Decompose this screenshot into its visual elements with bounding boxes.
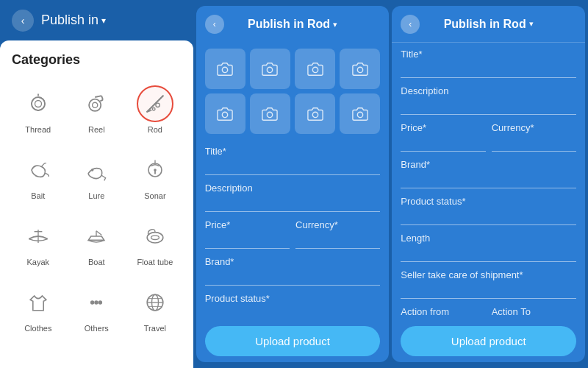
category-item-float-tube[interactable]: Float tube	[129, 212, 182, 272]
svg-point-10	[156, 103, 159, 107]
svg-line-5	[96, 96, 102, 97]
category-item-kayak[interactable]: Kayak	[12, 212, 65, 272]
photo-cell-6[interactable]	[250, 93, 290, 134]
category-item-rod[interactable]: Rod	[129, 79, 182, 140]
left-panel-title: Publish in	[41, 13, 98, 28]
category-item-lure[interactable]: Lure	[71, 146, 123, 206]
right-action-to-input[interactable]	[492, 319, 576, 320]
travel-label: Travel	[144, 324, 166, 333]
photo-cell-7[interactable]	[295, 93, 335, 134]
float-tube-label: Float tube	[137, 258, 173, 266]
svg-point-3	[89, 99, 101, 111]
right-action-to-field: Action To	[492, 306, 576, 320]
category-item-thread[interactable]: Thread	[12, 79, 65, 140]
middle-price-label: Price*	[205, 219, 290, 230]
svg-point-11	[152, 107, 155, 110]
category-item-bait[interactable]: Bait	[12, 146, 65, 206]
right-brand-input[interactable]	[401, 172, 576, 188]
middle-product-status-input[interactable]	[205, 306, 381, 320]
right-description-input[interactable]	[401, 99, 576, 115]
middle-price-row: Price* Currency*	[205, 219, 381, 256]
middle-currency-input[interactable]	[295, 233, 380, 249]
category-item-travel[interactable]: Travel	[129, 278, 182, 339]
kayak-label: Kayak	[26, 258, 49, 266]
middle-price-input[interactable]	[205, 233, 290, 249]
others-label: Others	[85, 324, 109, 333]
middle-product-status-label: Product status*	[205, 293, 381, 304]
svg-point-1	[35, 101, 41, 107]
right-price-input[interactable]	[401, 135, 485, 152]
categories-title: Categories	[12, 52, 182, 68]
middle-currency-label: Currency*	[295, 219, 380, 230]
category-item-clothes[interactable]: Clothes	[12, 278, 65, 339]
right-form: Title* Description Price* Currency* Bran…	[392, 43, 585, 320]
category-item-sonar[interactable]: Sonar	[129, 146, 182, 206]
middle-description-field: Description	[205, 183, 381, 212]
right-length-field: Length	[401, 233, 576, 262]
svg-line-7	[101, 100, 104, 102]
photo-cell-2[interactable]	[250, 49, 290, 89]
right-back-button[interactable]: ‹	[401, 15, 420, 34]
middle-panel: ‹ Publish in Rod ▾	[196, 6, 390, 362]
left-dropdown-arrow[interactable]: ▾	[101, 15, 106, 26]
right-dropdown-arrow[interactable]: ▾	[529, 19, 534, 29]
right-title-label: Title*	[401, 49, 576, 60]
category-item-boat[interactable]: Boat	[71, 212, 123, 272]
middle-dropdown-arrow[interactable]: ▾	[333, 20, 337, 29]
middle-title-input[interactable]	[205, 159, 381, 175]
right-upload-button[interactable]: Upload product	[401, 326, 576, 356]
middle-brand-input[interactable]	[205, 269, 381, 286]
svg-point-31	[268, 67, 273, 72]
middle-brand-field: Brand*	[205, 256, 381, 286]
right-action-to-label: Action To	[492, 306, 576, 317]
right-product-status-input[interactable]	[401, 209, 576, 225]
right-shipment-label: Seller take care of shipment*	[401, 269, 576, 280]
lure-label: Lure	[88, 191, 104, 200]
middle-upload-button[interactable]: Upload product	[205, 326, 381, 356]
bait-icon	[20, 152, 57, 188]
middle-panel-title: Publish in Rod	[248, 18, 330, 31]
right-action-row: Action from Action To	[401, 306, 576, 320]
sonar-label: Sonar	[144, 191, 165, 200]
categories-container: Categories Thread	[0, 40, 193, 368]
middle-price-field: Price*	[205, 219, 290, 249]
thread-icon	[20, 85, 57, 122]
photo-cell-5[interactable]	[205, 93, 245, 134]
right-length-label: Length	[401, 233, 576, 244]
reel-label: Reel	[88, 125, 105, 134]
right-action-from-input[interactable]	[401, 319, 485, 320]
middle-photo-grid	[196, 43, 390, 140]
right-description-label: Description	[401, 85, 576, 96]
right-action-from-field: Action from	[401, 306, 485, 320]
middle-title-field: Title*	[205, 146, 381, 175]
kayak-icon	[20, 218, 57, 255]
photo-cell-1[interactable]	[205, 49, 245, 89]
right-product-status-field: Product status*	[401, 196, 576, 225]
middle-description-input[interactable]	[205, 196, 381, 212]
left-back-button[interactable]: ‹	[12, 10, 34, 32]
svg-point-35	[268, 112, 273, 117]
lure-icon	[78, 152, 115, 188]
photo-cell-8[interactable]	[340, 93, 380, 134]
sonar-icon	[137, 152, 173, 188]
right-action-from-label: Action from	[401, 306, 485, 317]
travel-icon	[137, 284, 173, 321]
photo-cell-3[interactable]	[295, 49, 335, 89]
right-panel: ‹ Publish in Rod ▾ Title* Description Pr…	[392, 6, 585, 362]
middle-product-status-field: Product status*	[205, 293, 381, 320]
right-shipment-field: Seller take care of shipment*	[401, 269, 576, 299]
middle-form: Title* Description Price* Currency* Bran…	[196, 140, 390, 320]
category-item-others[interactable]: Others	[71, 278, 123, 339]
right-currency-input[interactable]	[492, 135, 576, 152]
right-length-input[interactable]	[401, 246, 576, 262]
category-item-reel[interactable]: Reel	[71, 79, 123, 140]
right-title-input[interactable]	[401, 62, 576, 78]
middle-back-button[interactable]: ‹	[205, 15, 224, 34]
right-panel-header: ‹ Publish in Rod ▾	[392, 6, 585, 43]
svg-point-22	[90, 300, 94, 304]
right-shipment-input[interactable]	[401, 283, 576, 299]
photo-cell-4[interactable]	[340, 49, 380, 89]
clothes-icon	[20, 284, 57, 321]
svg-point-37	[357, 112, 362, 117]
svg-point-24	[98, 300, 102, 304]
